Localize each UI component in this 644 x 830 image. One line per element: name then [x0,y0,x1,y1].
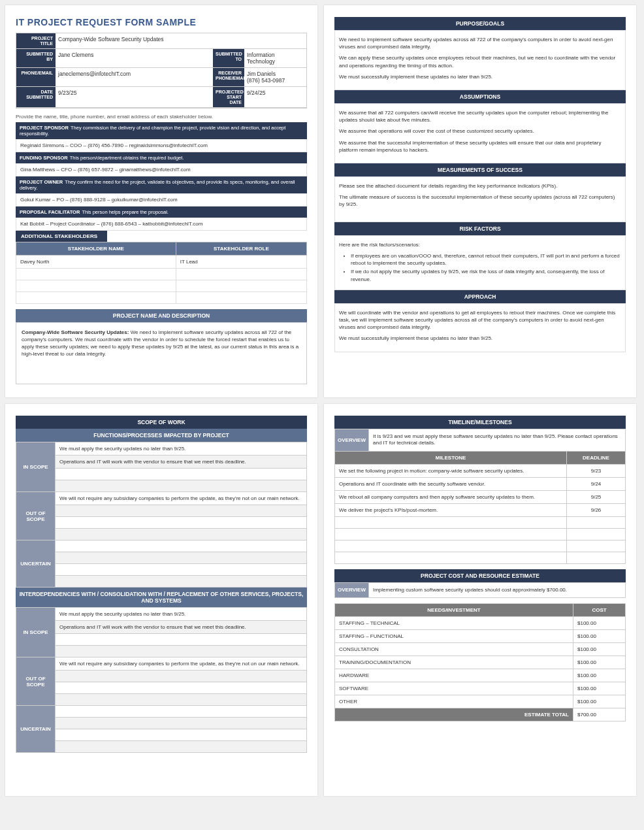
bar-additional-stakeholders: ADDITIONAL STAKEHOLDERS [16,231,107,242]
lbl-date: DATE SUBMITTED [16,87,56,108]
col-cost: COST [573,604,626,617]
row-sponsor: Reginald Simmons – COO – (876) 456-7890 … [16,139,307,152]
bar-facilitator: PROPOSAL FACILITATORThis person helps pr… [16,207,307,218]
risk-body: Here are the risk factors/scenarios: If … [334,235,626,290]
assumptions-body: We assume that all 722 computers can/wil… [334,103,626,163]
hdr-measurements: MEASUREMENTS OF SUCCESS [334,163,626,176]
table-row: We deliver the project's KPIs/post-morte… [335,503,626,516]
table-row [335,552,626,563]
purpose-body: We need to implement software security u… [334,30,626,90]
val-date: 9/23/25 [56,87,213,108]
val-project-title: Company-Wide Software Security Updates [56,33,306,49]
table-row: STAFFING – TECHNICAL$100.00 [335,617,626,630]
col-sh-name: STAKEHOLDER NAME [16,242,176,256]
table-row: HARDWARE$100.00 [335,669,626,682]
bar-sponsor: PROJECT SPONSORThey commission the deliv… [16,122,307,139]
val-proj-start: 9/24/25 [244,87,306,108]
hdr-risk: RISK FACTORS [334,222,626,235]
val-estimate-total: $700.00 [573,708,626,722]
table-row: Operations and IT coordinate with the se… [335,477,626,490]
table-row [16,269,307,280]
lbl-uncertain: UNCERTAIN [16,540,56,588]
table-row [335,516,626,528]
lbl-proj-start: PROJECTED START DATE [213,87,244,108]
scope-table: IN SCOPEWe must apply the security updat… [16,442,307,588]
hdr-approach: APPROACH [334,290,626,303]
table-row [16,292,307,304]
row-funding: Gina Matthews – CFO – (876) 657-9872 – g… [16,163,307,176]
timeline-table: OVERVIEWIt is 9/23 and we must apply the… [334,429,626,564]
measurements-body: Please see the attached document for det… [334,176,626,222]
lbl-out-scope: OUT OF SCOPE [16,492,56,540]
col-deadline: DEADLINE [567,451,626,464]
form-meta-grid: PROJECT TITLE Company-Wide Software Secu… [16,33,307,108]
hdr-project-name-desc: PROJECT NAME AND DESCRIPTION [16,309,307,322]
lbl-project-title: PROJECT TITLE [16,33,56,49]
val-submitted-to: Information Technology [244,49,306,68]
val-submitted-by: Jane Clemens [56,49,213,68]
scope-table-2: IN SCOPEWe must apply the security updat… [16,607,307,753]
approach-body: We will coordinate with the vendor and o… [334,303,626,352]
page-title: IT PROJECT REQUEST FORM SAMPLE [16,17,307,27]
table-row: Davey NorthIT Lead [16,256,307,269]
col-needs: NEEDS/INVESTMENT [335,604,573,617]
table-row: We reboot all company computers and then… [335,490,626,503]
hdr-purpose: PURPOSE/GOALS [334,17,626,30]
bar-funding: FUNDING SPONSORThis person/department ob… [16,152,307,163]
hdr-scope: SCOPE OF WORK [16,416,307,429]
hdr-interdep: INTERDEPENDENCIES WITH / CONSOLIDATION W… [16,588,307,607]
table-row [335,528,626,540]
lbl-recv: RECEIVER PHONE/EMAIL [213,68,244,87]
col-milestone: MILESTONE [335,451,567,464]
lbl-in-scope: IN SCOPE [16,442,56,492]
cost-table: NEEDS/INVESTMENTCOST STAFFING – TECHNICA… [334,603,626,722]
lbl-submitted-to: SUBMITTED TO [213,49,244,68]
col-sh-role: STAKEHOLDER ROLE [176,242,306,256]
page-2: PURPOSE/GOALS We need to implement softw… [324,5,636,397]
project-name-desc-box: Company-Wide Software Security Updates: … [16,322,307,384]
hdr-cost: PROJECT COST AND RESOURCE ESTIMATE [334,569,626,582]
tm-overview-text: It is 9/23 and we must apply these softw… [368,429,625,452]
table-row [16,280,307,292]
page-3: SCOPE OF WORK FUNCTIONS/PROCESSES IMPACT… [5,404,317,796]
lbl-cost-overview: OVERVIEW [335,582,369,597]
table-row: TRAINING/DOCUMENTATION$100.00 [335,656,626,669]
stakeholder-table: STAKEHOLDER NAMESTAKEHOLDER ROLE Davey N… [16,242,307,304]
val-recv: Jim Daniels (876) 543-0987 [244,68,306,87]
hdr-scope-sub: FUNCTIONS/PROCESSES IMPACTED BY PROJECT [16,429,307,442]
page-4: TIMELINE/MILESTONES OVERVIEWIt is 9/23 a… [324,404,636,796]
table-row: We set the following project in motion: … [335,464,626,477]
table-row: STAFFING – FUNCTIONAL$100.00 [335,630,626,643]
hdr-assumptions: ASSUMPTIONS [334,90,626,103]
table-row [335,540,626,552]
table-row: SOFTWARE$100.00 [335,682,626,695]
table-row: OTHER$100.00 [335,695,626,708]
cost-overview-text: Implementing custom software security up… [368,582,625,597]
lbl-submitted-by: SUBMITTED BY [16,49,56,68]
table-row: CONSULTATION$100.00 [335,643,626,656]
row-owner: Gokul Kumar – PO – (876) 888-9128 – goku… [16,193,307,207]
lbl-estimate-total: ESTIMATE TOTAL [335,708,573,722]
row-facilitator: Kat Bobbit – Project Coordinator – (876)… [16,218,307,231]
lbl-phone: PHONE/EMAIL [16,68,56,87]
page-1: IT PROJECT REQUEST FORM SAMPLE PROJECT T… [5,5,317,397]
hdr-timeline: TIMELINE/MILESTONES [334,416,626,429]
stakeholder-note: Provide the name, title, phone number, a… [16,114,307,120]
val-phone: janeclemens@infotechIT.com [56,68,213,87]
cost-overview: OVERVIEWImplementing custom software sec… [334,582,626,598]
lbl-tm-overview: OVERVIEW [335,429,369,452]
bar-owner: PROJECT OWNERThey confirm the need for t… [16,176,307,193]
